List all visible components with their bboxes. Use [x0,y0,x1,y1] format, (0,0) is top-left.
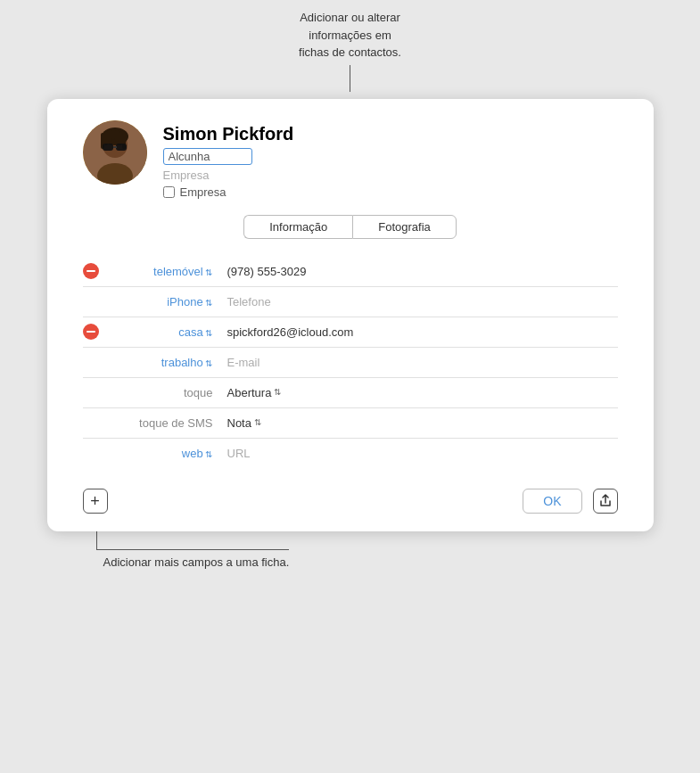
telemovel-label-area: telemóvel [106,265,213,278]
svg-rect-12 [113,146,117,148]
nickname-input[interactable] [163,148,252,165]
tab-fotografia[interactable]: Fotografia [352,215,457,239]
svg-rect-11 [116,144,127,151]
tooltip-connector-line [350,65,350,92]
svg-rect-7 [115,129,119,142]
tab-informacao[interactable]: Informação [243,215,352,239]
add-field-button[interactable]: + [83,489,108,514]
bottom-annotation-line [96,531,97,549]
contact-name: Simon Pickford [163,124,294,144]
svg-rect-4 [104,131,108,145]
svg-rect-8 [119,131,122,145]
bottom-bar: + OK [83,485,618,514]
top-tooltip: Adicionar ou alterar informações em fich… [119,9,582,92]
company-placeholder: Empresa [163,169,294,182]
casa-label-area: casa [106,325,213,339]
svg-rect-10 [103,144,113,151]
toque-label-area: toque [106,386,213,399]
field-row-toque-sms: toque de SMS Nota ⇅ [83,408,618,439]
field-row-web: web URL [83,439,618,469]
company-checkbox-label: Empresa [180,185,226,199]
toque-sms-label-area: toque de SMS [106,416,213,430]
toque-sms-dropdown[interactable]: Nota ⇅ [227,416,261,430]
iphone-label[interactable]: iPhone [167,295,212,308]
toque-label: toque [184,386,213,399]
ok-button[interactable]: OK [523,489,581,514]
field-row-toque: toque Abertura ⇅ [83,378,618,408]
name-section: Simon Pickford Empresa Empresa [163,120,294,199]
remove-casa-button[interactable] [83,324,99,340]
card-header: Simon Pickford Empresa Empresa [83,120,618,199]
fields-section: telemóvel (978) 555-3029 iPhone Telefone… [83,257,618,469]
svg-rect-6 [111,128,115,140]
contact-card: Simon Pickford Empresa Empresa Informaçã… [47,99,654,531]
share-icon [598,494,613,508]
remove-telemovel-button[interactable] [83,263,99,279]
field-row-casa: casa spickford26@icloud.com [83,317,618,348]
telemovel-value: (978) 555-3029 [227,265,618,278]
web-label[interactable]: web [182,447,213,460]
company-checkbox-row: Empresa [163,185,294,199]
toque-sms-label: toque de SMS [139,416,212,430]
field-row-trabalho: trabalho E-mail [83,348,618,378]
field-row-iphone: iPhone Telefone [83,287,618,317]
casa-label[interactable]: casa [178,325,212,339]
iphone-placeholder: Telefone [227,295,618,308]
avatar [83,120,147,185]
casa-email-value: spickford26@icloud.com [227,325,618,339]
web-url-placeholder: URL [227,447,618,460]
trabalho-label-area: trabalho [106,356,213,369]
web-label-area: web [106,447,213,460]
field-row-telemovel: telemóvel (978) 555-3029 [83,257,618,287]
telemovel-label[interactable]: telemóvel [153,265,212,278]
bottom-right-buttons: OK [523,489,617,514]
bottom-annotation-text: Adicionar mais campos a uma ficha. [103,543,290,569]
iphone-label-area: iPhone [106,295,213,308]
svg-rect-5 [108,129,111,142]
trabalho-label[interactable]: trabalho [161,356,213,369]
trabalho-placeholder: E-mail [227,356,618,369]
tab-bar: Informação Fotografia [83,215,618,239]
share-button[interactable] [593,489,618,514]
tooltip-text: Adicionar ou alterar informações em fich… [119,9,582,62]
bottom-annotation-container: Adicionar mais campos a uma ficha. [47,531,654,569]
company-checkbox[interactable] [163,186,175,198]
toque-dropdown[interactable]: Abertura ⇅ [227,386,282,399]
